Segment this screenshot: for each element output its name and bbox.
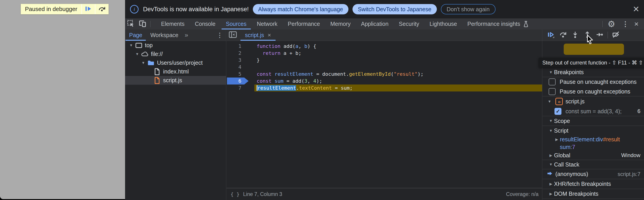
code-token: ) { <box>307 43 316 49</box>
line-number[interactable]: 1 <box>226 43 254 50</box>
scope-script-row[interactable]: ▼ Script <box>542 126 644 136</box>
step-button[interactable] <box>594 30 604 40</box>
var-separator: : <box>594 136 596 143</box>
section-xhr-breakpoints[interactable]: ▶ XHR/fetch Breakpoints <box>542 179 644 189</box>
infobar-close-icon[interactable]: ✕ <box>633 5 640 13</box>
tab-console[interactable]: Console <box>190 18 221 29</box>
code-line[interactable]: } <box>254 57 542 64</box>
section-call-stack[interactable]: ▼ Call Stack <box>542 160 644 169</box>
more-tabs-icon[interactable]: » <box>182 31 190 39</box>
pause-uncaught-row[interactable]: Pause on uncaught exceptions <box>542 77 644 87</box>
tab-page[interactable]: Page <box>125 29 146 41</box>
tab-elements[interactable]: Elements <box>156 18 190 29</box>
tab-performance[interactable]: Performance <box>282 18 325 29</box>
expander-icon[interactable]: ▼ <box>128 43 134 47</box>
step-over-button[interactable] <box>558 30 568 40</box>
page-background: Paused in debugger <box>0 0 125 199</box>
line-number[interactable]: 7 <box>226 84 254 91</box>
tree-item-users-user-project[interactable]: ▼Users/user/project <box>125 58 226 67</box>
section-breakpoints[interactable]: ▼ Breakpoints <box>542 68 644 77</box>
tree-item-file-[interactable]: ▼file:// <box>125 50 226 58</box>
sources-panel: Page Workspace » ⋮ ▼top▼file://▼Users/us… <box>125 29 644 200</box>
settings-gear-icon[interactable]: ⚙ <box>604 19 618 29</box>
toggle-navigator-button[interactable] <box>226 30 239 41</box>
breakpoint-line-number[interactable]: 6 <box>226 77 254 84</box>
tab-memory[interactable]: Memory <box>325 18 356 29</box>
line-number[interactable]: 5 <box>226 71 254 77</box>
tree-item-top[interactable]: ▼top <box>125 41 226 50</box>
call-stack-label: Call Stack <box>554 161 580 168</box>
code-line[interactable]: function add(a, b) { <box>254 43 542 50</box>
resume-script-button[interactable] <box>82 4 95 14</box>
editor-tab-scriptjs[interactable]: script.js × <box>239 29 277 41</box>
tab-application[interactable]: Application <box>356 18 394 29</box>
call-stack-frame[interactable]: (anonymous) script.js:7 <box>542 169 644 179</box>
tab-label: Console <box>195 21 216 27</box>
flask-icon <box>523 21 529 27</box>
close-devtools-icon[interactable]: × <box>632 19 640 28</box>
code-lines[interactable]: function add(a, b) { return a + b;}const… <box>254 41 542 188</box>
pretty-print-icon[interactable]: { } <box>230 192 240 197</box>
code-line[interactable]: return a + b; <box>254 50 542 57</box>
code-token: "result" <box>394 71 418 77</box>
tab-workspace[interactable]: Workspace <box>146 29 182 41</box>
switch-to-japanese-button[interactable]: Switch DevTools to Japanese <box>352 4 437 14</box>
line-number[interactable]: 4 <box>226 64 254 71</box>
tab-network[interactable]: Network <box>252 18 283 29</box>
pause-uncaught-label: Pause on uncaught exceptions <box>560 79 636 85</box>
line-number[interactable]: 2 <box>226 50 254 57</box>
execution-line[interactable]: resultElement.textContent = sum; <box>254 84 542 91</box>
always-match-language-button[interactable]: Always match Chrome's language <box>253 4 348 14</box>
code-token: , <box>307 78 313 84</box>
dont-show-again-button[interactable]: Don't show again <box>441 4 496 14</box>
pause-caught-row[interactable]: Pause on caught exceptions <box>542 87 644 96</box>
info-icon: i <box>130 5 138 13</box>
breakpoint-entry[interactable]: ✓ const sum = add(3, 4); 6 <box>542 107 644 116</box>
navigator-menu-icon[interactable]: ⋮ <box>216 31 223 39</box>
tab-lighthouse[interactable]: Lighthouse <box>424 18 462 29</box>
line-number-gutter[interactable]: 1234567 <box>226 41 254 188</box>
line-number-text: 7 <box>238 85 241 91</box>
code-line[interactable] <box>254 64 542 71</box>
breakpoint-file-group[interactable]: ▼ ‹› script.js <box>542 96 644 107</box>
step-into-button[interactable] <box>570 30 580 40</box>
tab-label: Security <box>399 21 419 27</box>
tree-item-script-js[interactable]: script.js <box>125 76 226 85</box>
more-options-icon[interactable]: ⋮ <box>618 20 632 28</box>
tree-item-label: file:// <box>151 51 163 57</box>
frame-location: script.js:7 <box>618 171 640 177</box>
chevron-down-icon: ▼ <box>548 70 554 74</box>
step-over-script-button[interactable] <box>95 4 108 14</box>
pause-caught-checkbox[interactable] <box>549 88 556 95</box>
section-dom-breakpoints[interactable]: ▶ DOM Breakpoints <box>542 189 644 199</box>
tab-performance-insights[interactable]: Performance insights <box>462 18 534 29</box>
main-tabs: ElementsConsoleSourcesNetworkPerformance… <box>156 18 534 29</box>
line-number[interactable]: 3 <box>226 57 254 64</box>
device-toolbar-button[interactable] <box>137 18 148 29</box>
navigator-tabbar: Page Workspace » ⋮ <box>125 29 226 41</box>
code-token <box>272 71 274 77</box>
pause-uncaught-checkbox[interactable] <box>549 78 556 85</box>
tab-sources[interactable]: Sources <box>221 18 252 29</box>
debugger-toolbar <box>542 29 644 41</box>
deactivate-breakpoints-button[interactable] <box>611 30 621 40</box>
scope-var-sum[interactable]: sum: 7 <box>542 143 644 151</box>
tree-item-label: script.js <box>163 77 182 84</box>
breakpoint-checkbox[interactable]: ✓ <box>554 108 562 115</box>
code-line[interactable]: const sum = add(3, 4); <box>254 77 542 84</box>
expander-icon[interactable]: ▼ <box>134 52 140 56</box>
tab-security[interactable]: Security <box>394 18 424 29</box>
scope-global-row[interactable]: ▶ Global Window <box>542 151 644 160</box>
section-scope[interactable]: ▼ Scope <box>542 116 644 126</box>
code-editor[interactable]: 1234567 function add(a, b) { return a + … <box>226 41 542 188</box>
toolbar-separator <box>150 21 150 27</box>
resume-button[interactable] <box>546 30 556 40</box>
scope-var-resultelement[interactable]: ▶ resultElement: div#result <box>542 136 644 143</box>
editor-tab-close-icon[interactable]: × <box>268 32 271 39</box>
inspect-element-button[interactable] <box>125 18 137 29</box>
expander-icon[interactable]: ▼ <box>140 61 147 65</box>
code-line[interactable]: const resultElement = document.getElemen… <box>254 71 542 77</box>
tab-label: Sources <box>226 21 246 27</box>
editor-pane: script.js × 1234567 function add(a, b) {… <box>226 29 542 200</box>
tree-item-index-html[interactable]: index.html <box>125 67 226 76</box>
